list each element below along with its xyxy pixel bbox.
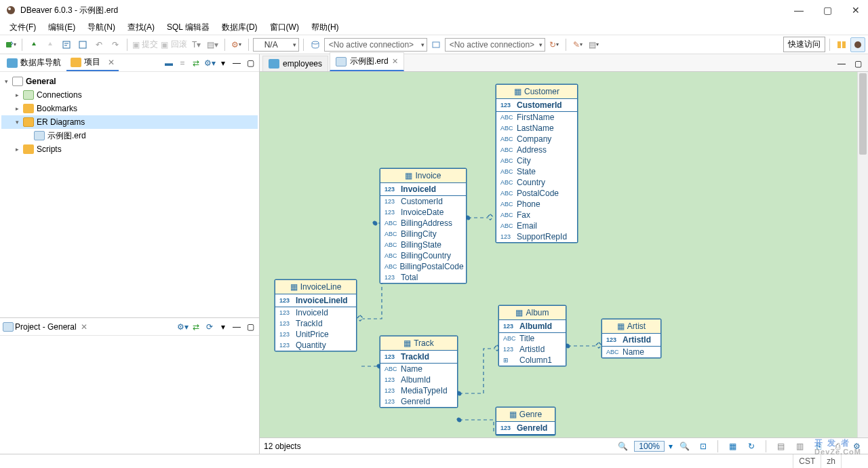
col-Customer-Company[interactable]: ABCCompany (496, 134, 577, 144)
menu-导航(N)[interactable]: 导航(N) (82, 20, 121, 35)
nav-min-button[interactable]: — (231, 57, 243, 69)
perspective-dbeaver-button[interactable] (850, 37, 865, 52)
fit-icon[interactable]: ⊡ (696, 439, 711, 454)
col-Customer-City[interactable]: ABCCity (496, 155, 577, 166)
menu-SQL 编辑器[interactable]: SQL 编辑器 (161, 20, 215, 35)
col-Customer-Country[interactable]: ABCCountry (496, 177, 577, 188)
col-Album-Column1[interactable]: ⊞Column1 (499, 355, 566, 366)
refresh-button[interactable]: ↻▾ (547, 37, 561, 52)
col-InvoiceLine-UnitPrice[interactable]: 123UnitPrice (275, 329, 356, 340)
col-Customer-Phone[interactable]: ABCPhone (496, 199, 577, 210)
nav-collapse-button[interactable]: = (176, 57, 189, 69)
tab-employees[interactable]: employees (262, 56, 328, 71)
col-Customer-FirstName[interactable]: ABCFirstName (496, 112, 577, 123)
col-Customer-Email[interactable]: ABCEmail (496, 220, 577, 231)
export-icon[interactable]: ⎘ (811, 439, 826, 454)
project-tree[interactable]: ▾General ▸Connections▸Bookmarks▾ER Diagr… (0, 72, 259, 159)
entity-Customer[interactable]: ▦ Customer123CustomerIdABCFirstNameABCLa… (496, 84, 578, 243)
tx-mode-button[interactable]: T▾ (189, 37, 204, 52)
col-Invoice-BillingCountry[interactable]: ABCBillingCountry (380, 250, 466, 261)
na-combo[interactable]: N/A (253, 38, 299, 52)
entity-InvoiceLine[interactable]: ▦ InvoiceLine123InvoiceLineId123InvoiceI… (275, 279, 357, 351)
menu-文件(F)[interactable]: 文件(F) (4, 20, 41, 35)
menu-数据库(D)[interactable]: 数据库(D) (216, 20, 263, 35)
undo-button[interactable]: ↶ (92, 37, 106, 52)
pg-menu-button[interactable]: ▾ (217, 321, 229, 333)
col-Customer-Fax[interactable]: ABCFax (496, 210, 577, 220)
rollback-button[interactable]: ▣ 回滚 (160, 37, 187, 52)
tree-示例图.erd[interactable]: 示例图.erd (1, 129, 258, 142)
entity-Album[interactable]: ▦ Album123AlbumIdABCTitle123ArtistId⊞Col… (498, 305, 566, 366)
minimize-button[interactable]: — (792, 5, 806, 16)
menu-窗口(W)[interactable]: 窗口(W) (264, 20, 304, 35)
menu-编辑(E)[interactable]: 编辑(E) (43, 20, 81, 35)
connection-combo[interactable]: <No active connection> (324, 38, 427, 52)
entity-Genre[interactable]: ▦ Genre123GenreId (496, 407, 555, 435)
nav-link-button[interactable]: ⇄ (190, 57, 202, 69)
pg-config-button[interactable]: ⚙▾ (176, 321, 189, 333)
pg-link-button[interactable]: ⇄ (190, 321, 202, 333)
perspective-db-button[interactable] (834, 37, 849, 52)
maximize-button[interactable]: ▢ (821, 5, 834, 16)
col-InvoiceLine-TrackId[interactable]: 123TrackId (275, 318, 356, 329)
col-Invoice-CustomerId[interactable]: 123CustomerId (380, 196, 466, 207)
pg-max-button[interactable]: ▢ (244, 321, 256, 333)
tab-db-navigator[interactable]: 数据库导航 (3, 55, 65, 71)
schema-icon[interactable] (429, 37, 443, 52)
col-Invoice-BillingState[interactable]: ABCBillingState (380, 239, 466, 250)
col-Track-AlbumId[interactable]: 123AlbumId (380, 374, 457, 385)
col-Album-ArtistId[interactable]: 123ArtistId (499, 344, 566, 355)
erd-canvas[interactable]: ▦ InvoiceLine123InvoiceLineId123InvoiceI… (260, 72, 868, 437)
col-Track-Name[interactable]: ABCName (380, 364, 457, 374)
col-InvoiceLine-Quantity[interactable]: 123Quantity (275, 340, 356, 351)
new-sql-button[interactable] (75, 37, 90, 52)
connect-button[interactable] (26, 37, 41, 52)
sql-editor-button[interactable] (59, 37, 74, 52)
entity-Invoice[interactable]: ▦ Invoice123InvoiceId123CustomerId123Inv… (380, 168, 467, 284)
nav-max-button[interactable]: ▢ (244, 57, 256, 69)
col-Invoice-BillingPostalCode[interactable]: ABCBillingPostalCode (380, 261, 466, 272)
nav-config-button[interactable]: ⚙▾ (203, 57, 216, 69)
redo-button[interactable]: ↷ (108, 37, 123, 52)
new-connection-button[interactable]: ▾ (3, 37, 18, 52)
editor-max-button[interactable]: ▢ (850, 56, 865, 71)
colors-icon[interactable]: ▥ (792, 439, 807, 454)
col-Invoice-InvoiceDate[interactable]: 123InvoiceDate (380, 207, 466, 218)
col-Customer-LastName[interactable]: ABCLastName (496, 123, 577, 134)
settings-button[interactable]: ⚙▾ (229, 37, 244, 52)
refresh-diagram-icon[interactable]: ↻ (744, 439, 759, 454)
tree-ER Diagrams[interactable]: ▾ER Diagrams (1, 115, 258, 129)
settings-diagram-icon[interactable]: ⚙ (849, 439, 864, 454)
print-icon[interactable]: ⎙ (830, 439, 845, 454)
col-Album-Title[interactable]: ABCTitle (499, 333, 566, 344)
quick-access-button[interactable]: 快速访问 (783, 37, 825, 52)
search-button[interactable]: ✎▾ (570, 37, 585, 52)
col-Customer-Address[interactable]: ABCAddress (496, 144, 577, 155)
col-Invoice-Total[interactable]: 123Total (380, 272, 466, 283)
tree-Bookmarks[interactable]: ▸Bookmarks (1, 102, 258, 115)
col-InvoiceLine-InvoiceId[interactable]: 123InvoiceId (275, 307, 356, 318)
vertical-scrollbar[interactable] (857, 72, 868, 437)
entity-Track[interactable]: ▦ Track123TrackIdABCName123AlbumId123Med… (380, 336, 458, 408)
tab-projects[interactable]: 项目 ✕ (66, 54, 119, 71)
zoom-level[interactable]: 100% (634, 441, 665, 452)
grid-icon[interactable]: ▦ (725, 439, 740, 454)
db-icon[interactable] (308, 37, 323, 52)
entity-Artist[interactable]: ▦ Artist123ArtistIdABCName (601, 319, 661, 358)
zoom-in-icon[interactable]: 🔍 (677, 439, 692, 454)
editor-min-button[interactable]: — (834, 56, 849, 71)
tab-示例图.erd[interactable]: 示例图.erd✕ (330, 52, 404, 71)
col-Customer-State[interactable]: ABCState (496, 166, 577, 177)
close-button[interactable]: ✕ (849, 5, 863, 16)
col-Invoice-BillingAddress[interactable]: ABCBillingAddress (380, 218, 466, 229)
tree-Scripts[interactable]: ▸Scripts (1, 142, 258, 156)
nav-view-button[interactable]: ▬ (163, 57, 175, 69)
filter-button[interactable]: ▤▾ (587, 37, 601, 52)
menu-帮助(H)[interactable]: 帮助(H) (306, 20, 344, 35)
zoom-out-icon[interactable]: 🔍 (615, 439, 630, 454)
tree-Connections[interactable]: ▸Connections (1, 88, 258, 102)
menu-查找(A)[interactable]: 查找(A) (122, 20, 160, 35)
pg-min-button[interactable]: — (231, 321, 243, 333)
col-Artist-Name[interactable]: ABCName (602, 347, 660, 357)
auto-button[interactable]: ▤▾ (205, 37, 220, 52)
